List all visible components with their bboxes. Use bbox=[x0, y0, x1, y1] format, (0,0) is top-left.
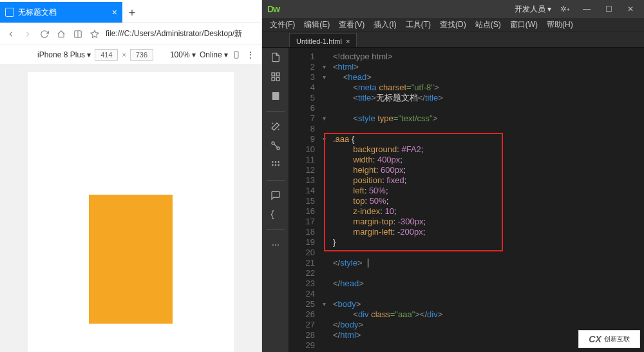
code-line-5: <title>无标题文档</title> bbox=[333, 93, 644, 103]
sidebar-link-icon[interactable] bbox=[269, 139, 283, 153]
svg-point-13 bbox=[275, 162, 276, 162]
dw-titlebar: Dw 开发人员 ▾ ✲˖ — ☐ ✕ bbox=[262, 0, 644, 18]
dim-x: × bbox=[122, 51, 126, 59]
forward-button[interactable] bbox=[22, 28, 33, 40]
favicon-icon bbox=[5, 8, 14, 17]
reader-icon[interactable] bbox=[72, 28, 84, 40]
zoom-selector[interactable]: 100% ▾ bbox=[170, 50, 196, 59]
dw-menubar: 文件(F) 编辑(E) 查看(V) 插入(I) 工具(T) 查找(D) 站点(S… bbox=[262, 18, 644, 32]
line-gutter: 1234567891011121314151617181920212223242… bbox=[289, 48, 319, 352]
more-icon[interactable]: ⋮ bbox=[245, 50, 256, 59]
dw-file-tabs: Untitled-1.html × bbox=[262, 32, 644, 48]
sidebar-separator-3 bbox=[266, 230, 285, 230]
new-tab-button[interactable]: + bbox=[122, 3, 142, 23]
code-line-2: <html> bbox=[333, 62, 644, 72]
bookmark-icon[interactable] bbox=[89, 28, 100, 40]
code-line-17: margin-top: -300px; bbox=[333, 217, 644, 227]
menu-tools[interactable]: 工具(T) bbox=[402, 18, 435, 32]
menu-window[interactable]: 窗口(W) bbox=[506, 18, 542, 32]
code-line-16: z-index: 10; bbox=[333, 206, 644, 217]
code-line-9: .aaa { bbox=[333, 134, 644, 144]
file-tab-label: Untitled-1.html bbox=[296, 37, 342, 45]
file-tab-close-icon[interactable]: × bbox=[346, 37, 350, 45]
orange-box bbox=[89, 195, 173, 324]
code-line-11: width: 400px; bbox=[333, 155, 644, 165]
dreamweaver-window: Dw 开发人员 ▾ ✲˖ — ☐ ✕ 文件(F) 编辑(E) 查看(V) 插入(… bbox=[262, 0, 644, 352]
code-line-26: <div class="aaa"></div> bbox=[333, 309, 644, 320]
code-line-21: </style> bbox=[333, 258, 644, 268]
code-line-18: margin-left: -200px; bbox=[333, 227, 644, 237]
svg-rect-4 bbox=[272, 73, 275, 76]
menu-insert[interactable]: 插入(I) bbox=[370, 18, 400, 32]
maximize-button[interactable]: ☐ bbox=[600, 3, 617, 15]
sidebar-files-icon[interactable] bbox=[269, 50, 283, 64]
close-tab-icon[interactable]: × bbox=[112, 7, 117, 17]
code-line-25: <body> bbox=[333, 299, 644, 309]
back-button[interactable] bbox=[5, 28, 17, 40]
url-text[interactable]: file:///C:/Users/Administrator/Desktop/新 bbox=[106, 28, 256, 39]
reload-button[interactable] bbox=[39, 28, 50, 40]
minimize-button[interactable]: — bbox=[578, 3, 595, 15]
code-line-27: </body> bbox=[333, 320, 644, 330]
code-line-19: } bbox=[333, 237, 644, 248]
devtools-device-bar: iPhone 8 Plus ▾ 414 × 736 100% ▾ Online … bbox=[0, 45, 261, 64]
code-line-24 bbox=[333, 289, 644, 299]
menu-site[interactable]: 站点(S) bbox=[471, 18, 505, 32]
watermark: CX 创新互联 bbox=[578, 330, 640, 348]
code-line-13: position: fixed; bbox=[333, 175, 644, 186]
svg-marker-2 bbox=[91, 30, 99, 37]
sidebar-separator-2 bbox=[266, 180, 285, 181]
menu-help[interactable]: 帮助(H) bbox=[543, 18, 577, 32]
svg-rect-3 bbox=[234, 51, 238, 58]
code-area[interactable]: <!doctype html> <html> <head> <meta char… bbox=[329, 48, 644, 352]
rotate-icon[interactable] bbox=[232, 50, 241, 59]
menu-view[interactable]: 查看(V) bbox=[335, 18, 368, 32]
rendered-page bbox=[28, 72, 234, 352]
menu-edit[interactable]: 编辑(E) bbox=[300, 18, 334, 32]
sidebar-comment-icon[interactable] bbox=[269, 188, 283, 202]
text-cursor bbox=[368, 259, 368, 268]
browser-window: 无标题文档 × + file:///C:/Users/Administrator… bbox=[0, 0, 262, 352]
sidebar-separator bbox=[266, 111, 285, 112]
sidebar-more-icon[interactable]: ⋯ bbox=[269, 238, 283, 252]
code-line-12: height: 600px; bbox=[333, 165, 644, 175]
sidebar-wand-icon[interactable] bbox=[269, 119, 283, 133]
svg-rect-7 bbox=[276, 77, 279, 81]
browser-tab-active[interactable]: 无标题文档 × bbox=[0, 2, 122, 23]
code-line-22 bbox=[333, 268, 644, 279]
sidebar-bracket-icon[interactable] bbox=[269, 208, 283, 222]
sidebar-page-icon[interactable] bbox=[269, 89, 283, 103]
code-line-4: <meta charset="utf-8"> bbox=[333, 83, 644, 93]
dw-sidebar: ⋯ bbox=[262, 48, 289, 352]
code-line-10: background: #FA2; bbox=[333, 144, 644, 155]
svg-point-15 bbox=[272, 164, 272, 165]
width-input[interactable]: 414 bbox=[95, 49, 118, 61]
browser-tabbar: 无标题文档 × + bbox=[0, 0, 261, 23]
home-button[interactable] bbox=[55, 28, 67, 40]
sidebar-grid-icon[interactable] bbox=[269, 158, 283, 172]
settings-icon[interactable]: ✲˖ bbox=[556, 3, 573, 15]
menu-file[interactable]: 文件(F) bbox=[266, 18, 299, 32]
tab-title: 无标题文档 bbox=[18, 7, 108, 18]
sidebar-split-icon[interactable] bbox=[269, 70, 283, 84]
code-line-3: <head> bbox=[333, 72, 644, 83]
code-line-14: left: 50%; bbox=[333, 186, 644, 196]
code-line-23: </head> bbox=[333, 279, 644, 289]
file-tab-active[interactable]: Untitled-1.html × bbox=[289, 33, 357, 47]
close-button[interactable]: ✕ bbox=[622, 3, 639, 15]
code-line-7: <style type="text/css"> bbox=[333, 113, 644, 124]
workspace-selector[interactable]: 开发人员 ▾ bbox=[515, 4, 551, 15]
code-editor[interactable]: 1234567891011121314151617181920212223242… bbox=[289, 48, 644, 352]
menu-find[interactable]: 查找(D) bbox=[436, 18, 470, 32]
code-line-6 bbox=[333, 103, 644, 113]
code-line-1: <!doctype html> bbox=[333, 52, 644, 62]
network-selector[interactable]: Online ▾ bbox=[200, 50, 228, 59]
svg-rect-5 bbox=[276, 73, 279, 76]
fold-gutter: ▾▾▾▾▾ bbox=[319, 48, 329, 352]
svg-point-16 bbox=[275, 164, 276, 165]
address-bar: file:///C:/Users/Administrator/Desktop/新 bbox=[0, 23, 261, 45]
dw-body: ⋯ 12345678910111213141516171819202122232… bbox=[262, 48, 644, 352]
device-selector[interactable]: iPhone 8 Plus ▾ bbox=[37, 50, 91, 59]
device-viewport bbox=[0, 64, 261, 352]
height-input[interactable]: 736 bbox=[130, 49, 153, 61]
